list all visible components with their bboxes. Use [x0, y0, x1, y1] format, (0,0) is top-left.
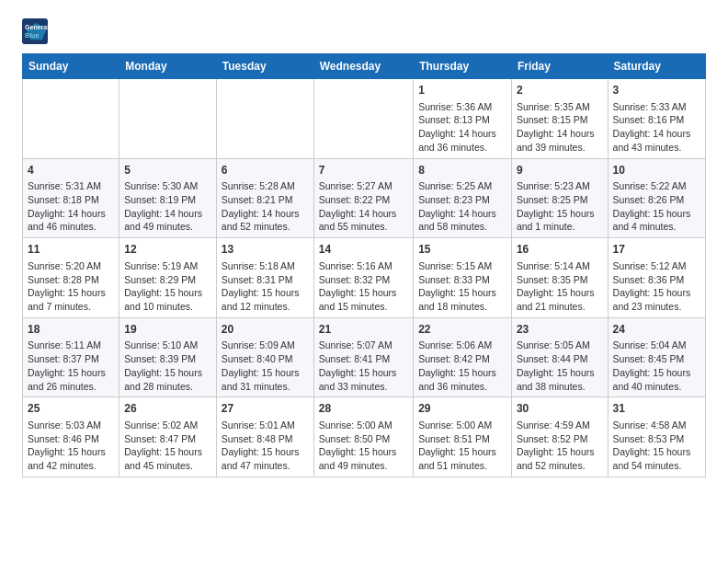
- weekday-header-row: SundayMondayTuesdayWednesdayThursdayFrid…: [23, 54, 706, 79]
- day-cell: [23, 79, 119, 159]
- day-number: 25: [28, 401, 114, 417]
- day-number: 27: [222, 401, 309, 417]
- day-number: 31: [613, 401, 700, 417]
- day-number: 24: [613, 322, 700, 338]
- header: General Blue: [22, 18, 706, 44]
- day-number: 8: [418, 163, 506, 178]
- day-number: 5: [124, 163, 211, 178]
- weekday-header-saturday: Saturday: [608, 54, 705, 79]
- week-row-1: 1Sunrise: 5:36 AMSunset: 8:13 PMDaylight…: [23, 79, 706, 159]
- day-cell: 28Sunrise: 5:00 AMSunset: 8:50 PMDayligh…: [313, 397, 413, 477]
- day-number: 1: [418, 83, 506, 98]
- day-cell: 9Sunrise: 5:23 AMSunset: 8:25 PMDaylight…: [511, 158, 608, 238]
- day-cell: 12Sunrise: 5:19 AMSunset: 8:29 PMDayligh…: [119, 238, 217, 318]
- day-cell: 6Sunrise: 5:28 AMSunset: 8:21 PMDaylight…: [216, 158, 313, 238]
- day-cell: 5Sunrise: 5:30 AMSunset: 8:19 PMDaylight…: [119, 158, 217, 238]
- day-number: 15: [418, 242, 506, 258]
- day-number: 22: [418, 322, 506, 338]
- calendar-table: SundayMondayTuesdayWednesdayThursdayFrid…: [22, 53, 706, 477]
- day-number: 21: [319, 322, 408, 338]
- day-cell: [313, 79, 413, 159]
- day-number: 9: [517, 163, 603, 178]
- day-number: 18: [28, 322, 114, 338]
- day-cell: 26Sunrise: 5:02 AMSunset: 8:47 PMDayligh…: [119, 397, 217, 477]
- day-number: 3: [613, 83, 700, 98]
- weekday-header-monday: Monday: [119, 54, 217, 79]
- day-cell: 23Sunrise: 5:05 AMSunset: 8:44 PMDayligh…: [511, 317, 608, 397]
- day-cell: 25Sunrise: 5:03 AMSunset: 8:46 PMDayligh…: [23, 397, 119, 477]
- day-number: 6: [222, 163, 309, 178]
- week-row-2: 4Sunrise: 5:31 AMSunset: 8:18 PMDaylight…: [23, 158, 706, 238]
- day-cell: 11Sunrise: 5:20 AMSunset: 8:28 PMDayligh…: [23, 238, 119, 318]
- day-number: 12: [124, 242, 211, 258]
- day-cell: 15Sunrise: 5:15 AMSunset: 8:33 PMDayligh…: [414, 238, 512, 318]
- day-number: 2: [517, 83, 603, 98]
- day-cell: 24Sunrise: 5:04 AMSunset: 8:45 PMDayligh…: [608, 317, 705, 397]
- day-number: 26: [124, 401, 211, 417]
- weekday-header-tuesday: Tuesday: [216, 54, 313, 79]
- day-cell: 31Sunrise: 4:58 AMSunset: 8:53 PMDayligh…: [608, 397, 705, 477]
- day-cell: 8Sunrise: 5:25 AMSunset: 8:23 PMDaylight…: [414, 158, 512, 238]
- day-number: 4: [28, 163, 114, 178]
- week-row-4: 18Sunrise: 5:11 AMSunset: 8:37 PMDayligh…: [23, 317, 706, 397]
- day-cell: 27Sunrise: 5:01 AMSunset: 8:48 PMDayligh…: [216, 397, 313, 477]
- day-number: 14: [319, 242, 408, 258]
- day-cell: 14Sunrise: 5:16 AMSunset: 8:32 PMDayligh…: [313, 238, 413, 318]
- day-cell: 22Sunrise: 5:06 AMSunset: 8:42 PMDayligh…: [414, 317, 512, 397]
- day-cell: 1Sunrise: 5:36 AMSunset: 8:13 PMDaylight…: [414, 79, 512, 159]
- day-cell: 2Sunrise: 5:35 AMSunset: 8:15 PMDaylight…: [511, 79, 608, 159]
- day-number: 19: [124, 322, 211, 338]
- svg-text:General: General: [25, 24, 48, 30]
- day-cell: 30Sunrise: 4:59 AMSunset: 8:52 PMDayligh…: [511, 397, 608, 477]
- week-row-5: 25Sunrise: 5:03 AMSunset: 8:46 PMDayligh…: [23, 397, 706, 477]
- day-cell: 7Sunrise: 5:27 AMSunset: 8:22 PMDaylight…: [313, 158, 413, 238]
- day-number: 28: [319, 401, 408, 417]
- day-number: 23: [517, 322, 603, 338]
- day-number: 16: [517, 242, 603, 258]
- weekday-header-thursday: Thursday: [414, 54, 512, 79]
- day-cell: 18Sunrise: 5:11 AMSunset: 8:37 PMDayligh…: [23, 317, 119, 397]
- day-number: 29: [418, 401, 506, 417]
- day-cell: 20Sunrise: 5:09 AMSunset: 8:40 PMDayligh…: [216, 317, 313, 397]
- day-cell: 3Sunrise: 5:33 AMSunset: 8:16 PMDaylight…: [608, 79, 705, 159]
- weekday-header-sunday: Sunday: [23, 54, 119, 79]
- day-cell: 19Sunrise: 5:10 AMSunset: 8:39 PMDayligh…: [119, 317, 217, 397]
- weekday-header-wednesday: Wednesday: [313, 54, 413, 79]
- day-cell: 10Sunrise: 5:22 AMSunset: 8:26 PMDayligh…: [608, 158, 705, 238]
- day-number: 30: [517, 401, 603, 417]
- day-number: 7: [319, 163, 408, 178]
- svg-text:Blue: Blue: [25, 32, 39, 39]
- day-cell: 13Sunrise: 5:18 AMSunset: 8:31 PMDayligh…: [216, 238, 313, 318]
- weekday-header-friday: Friday: [511, 54, 608, 79]
- day-number: 11: [28, 242, 114, 258]
- day-cell: 29Sunrise: 5:00 AMSunset: 8:51 PMDayligh…: [414, 397, 512, 477]
- day-number: 17: [613, 242, 700, 258]
- day-cell: 21Sunrise: 5:07 AMSunset: 8:41 PMDayligh…: [313, 317, 413, 397]
- day-cell: [216, 79, 313, 159]
- day-cell: [119, 79, 217, 159]
- logo-icon: General Blue: [22, 18, 48, 44]
- day-cell: 17Sunrise: 5:12 AMSunset: 8:36 PMDayligh…: [608, 238, 705, 318]
- day-cell: 4Sunrise: 5:31 AMSunset: 8:18 PMDaylight…: [23, 158, 119, 238]
- page: General Blue SundayMondayTuesdayWednesda…: [0, 0, 728, 492]
- day-number: 10: [613, 163, 700, 178]
- week-row-3: 11Sunrise: 5:20 AMSunset: 8:28 PMDayligh…: [23, 238, 706, 318]
- day-number: 13: [222, 242, 309, 258]
- day-number: 20: [222, 322, 309, 338]
- day-cell: 16Sunrise: 5:14 AMSunset: 8:35 PMDayligh…: [511, 238, 608, 318]
- logo: General Blue: [22, 18, 51, 44]
